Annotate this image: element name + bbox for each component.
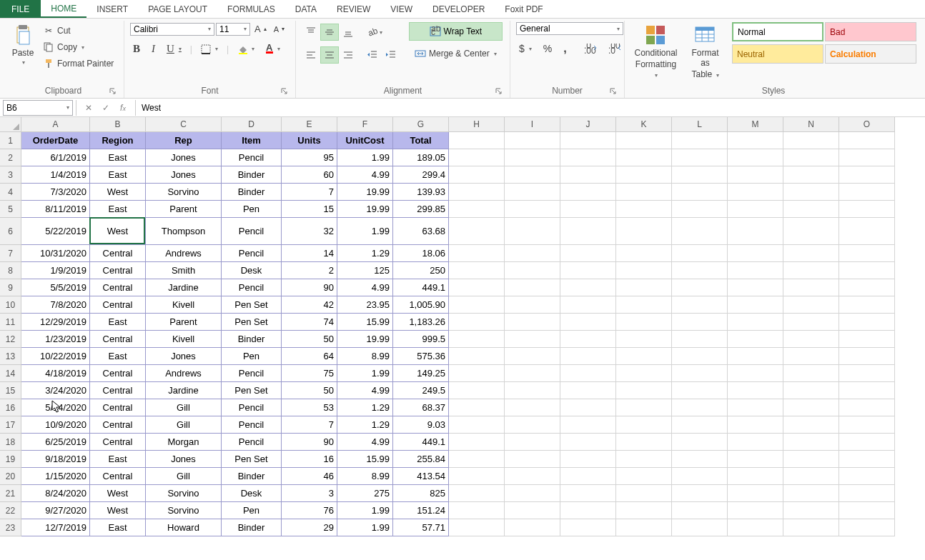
cell[interactable] <box>783 468 839 485</box>
cell[interactable]: 1/4/2019 <box>21 166 90 184</box>
cell[interactable]: Units <box>282 132 337 149</box>
row-header[interactable]: 7 <box>0 245 21 262</box>
cell[interactable]: Jardine <box>146 382 222 399</box>
tab-review[interactable]: REVIEW <box>327 0 380 18</box>
cell[interactable] <box>728 468 783 485</box>
row-header[interactable]: 4 <box>0 184 21 201</box>
cell[interactable] <box>449 245 505 262</box>
cell[interactable] <box>560 218 616 245</box>
cell[interactable]: 139.93 <box>393 184 449 201</box>
cell[interactable] <box>616 348 672 365</box>
cell[interactable] <box>560 399 616 416</box>
cell[interactable]: 413.54 <box>393 468 449 485</box>
cell[interactable] <box>728 132 783 149</box>
cell[interactable] <box>839 166 895 184</box>
column-header[interactable]: J <box>560 117 616 131</box>
cell[interactable]: 10/22/2019 <box>21 348 90 365</box>
cell[interactable] <box>728 218 783 245</box>
cell[interactable]: 4.99 <box>337 382 393 399</box>
cell[interactable] <box>672 416 728 434</box>
cell[interactable] <box>616 382 672 399</box>
cell[interactable] <box>672 201 728 218</box>
cell[interactable]: Pen Set <box>222 296 282 314</box>
dialog-launcher-icon[interactable] <box>108 86 118 96</box>
cell[interactable] <box>616 245 672 262</box>
row-header[interactable]: 12 <box>0 331 21 348</box>
cell-style-normal[interactable]: Normal <box>732 22 823 41</box>
cell[interactable]: Gill <box>146 468 222 485</box>
cell[interactable]: 53 <box>282 399 337 416</box>
cell[interactable]: 15 <box>282 201 337 218</box>
cell[interactable] <box>616 434 672 451</box>
column-header[interactable]: C <box>146 117 222 131</box>
cell-style-calculation[interactable]: Calculation <box>825 44 916 64</box>
cell[interactable] <box>560 149 616 166</box>
row-header[interactable]: 8 <box>0 262 21 279</box>
cell[interactable] <box>839 314 895 331</box>
cell[interactable]: 2 <box>282 262 337 279</box>
cell[interactable] <box>505 502 560 519</box>
cell[interactable] <box>783 416 839 434</box>
cell[interactable] <box>449 218 505 245</box>
insert-function-button[interactable]: fx <box>117 103 129 113</box>
cell[interactable] <box>672 451 728 468</box>
cell[interactable] <box>449 416 505 434</box>
cell[interactable] <box>616 132 672 149</box>
column-header[interactable]: B <box>90 117 146 131</box>
bold-button[interactable]: B <box>130 41 143 56</box>
cell[interactable]: Desk <box>222 262 282 279</box>
cell[interactable] <box>728 331 783 348</box>
cell[interactable] <box>728 434 783 451</box>
cell[interactable]: 1.99 <box>337 502 393 519</box>
cell[interactable]: Parent <box>146 314 222 331</box>
tab-page-layout[interactable]: PAGE LAYOUT <box>138 0 217 18</box>
tab-insert[interactable]: INSERT <box>86 0 138 18</box>
cell[interactable]: Pen Set <box>222 382 282 399</box>
cell[interactable]: Smith <box>146 262 222 279</box>
cell[interactable] <box>672 262 728 279</box>
row-header[interactable]: 16 <box>0 399 21 416</box>
cell[interactable] <box>783 348 839 365</box>
cell[interactable]: Pencil <box>222 416 282 434</box>
cell[interactable] <box>728 519 783 536</box>
cell[interactable] <box>560 296 616 314</box>
cell[interactable] <box>728 314 783 331</box>
cell[interactable]: West <box>90 502 146 519</box>
cell[interactable] <box>616 279 672 296</box>
cell[interactable] <box>672 245 728 262</box>
column-header[interactable]: N <box>783 117 839 131</box>
cell[interactable]: 42 <box>282 296 337 314</box>
cell[interactable] <box>783 365 839 382</box>
cell[interactable] <box>505 468 560 485</box>
cell[interactable]: 4.99 <box>337 279 393 296</box>
column-header[interactable]: A <box>21 117 90 131</box>
cell[interactable]: 1.99 <box>337 149 393 166</box>
cell[interactable] <box>616 149 672 166</box>
column-header[interactable]: O <box>839 117 895 131</box>
cell[interactable]: 15.99 <box>337 314 393 331</box>
cell[interactable]: Central <box>90 399 146 416</box>
cell[interactable] <box>449 348 505 365</box>
cell[interactable] <box>728 451 783 468</box>
cell[interactable] <box>672 218 728 245</box>
underline-button[interactable]: U▾ <box>164 41 184 56</box>
row-header[interactable]: 2 <box>0 149 21 166</box>
cell[interactable]: 10/9/2020 <box>21 416 90 434</box>
cell[interactable] <box>616 296 672 314</box>
cell[interactable]: Pencil <box>222 149 282 166</box>
cell[interactable]: 50 <box>282 331 337 348</box>
cell[interactable]: 12/29/2019 <box>21 314 90 331</box>
cell[interactable]: Pencil <box>222 365 282 382</box>
cell[interactable] <box>672 519 728 536</box>
cell[interactable] <box>616 451 672 468</box>
cell[interactable] <box>560 201 616 218</box>
column-header[interactable]: E <box>282 117 337 131</box>
cell[interactable]: Morgan <box>146 434 222 451</box>
cell[interactable] <box>616 331 672 348</box>
cell[interactable] <box>449 434 505 451</box>
decrease-font-button[interactable]: A▾ <box>271 24 287 35</box>
cell[interactable] <box>560 132 616 149</box>
cell[interactable] <box>560 519 616 536</box>
tab-foxit-pdf[interactable]: Foxit PDF <box>495 0 553 18</box>
cell[interactable] <box>560 348 616 365</box>
